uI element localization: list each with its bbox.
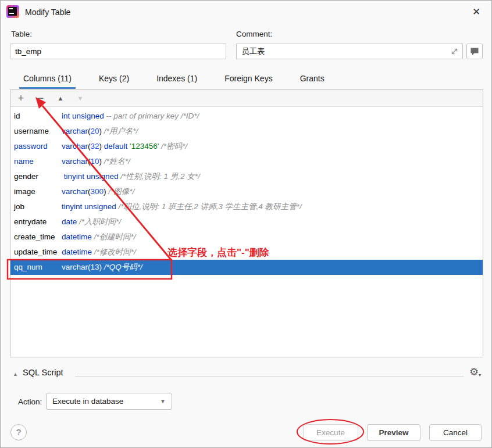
row-segment: username [14,124,57,139]
row-segment: name [14,154,57,169]
action-value: Execute in database [52,397,123,406]
table-row[interactable]: jobtinyint unsigned /*职位,说明: 1 班主任,2 讲师,… [10,199,483,214]
row-segment: varchar [62,157,88,166]
table-row[interactable]: imagevarchar(300) /*图像*/ [10,184,483,199]
cancel-button[interactable]: Cancel [429,424,482,441]
table-row[interactable]: create_timedatetime /*创建时间*/ [10,230,483,245]
row-segment: create_time [14,230,57,245]
move-up-button[interactable]: ▲ [56,91,65,106]
columns-editor: + − ▲ ▼ idint unsigned -- part of primar… [10,89,483,357]
row-segment: /*用户名*/ [102,127,138,135]
table-row[interactable]: idint unsigned -- part of primary key /*… [10,109,483,124]
row-segment: /*姓名*/ [102,157,130,166]
row-segment: /*入职时间*/ [77,217,121,226]
preview-button[interactable]: Preview [367,424,420,441]
row-segment: -- part of primary key /*ID*/ [104,112,199,120]
comment-value: 员工表 [241,46,265,57]
row-segment: job [14,199,57,214]
table-name-input[interactable]: tb_emp [10,44,226,59]
move-down-button[interactable]: ▼ [76,91,85,106]
row-segment: /*QQ号码*/ [102,263,142,271]
comment-input[interactable]: 员工表 [236,44,463,59]
action-label: Action: [18,397,42,406]
row-segment: /*创建时间*/ [92,232,136,241]
row-segment: /*密码*/ [159,142,187,150]
edit-comment-button[interactable] [466,44,483,59]
row-segment: 32 [91,142,99,150]
gear-caret-icon: ▾ [479,372,481,378]
help-button[interactable]: ? [10,424,27,440]
row-segment: date [62,217,77,226]
chevron-down-icon: ▼ [160,393,166,409]
row-segment: update_time [14,245,57,260]
tab-keys-2[interactable]: Keys (2) [95,71,133,89]
row-segment: id [14,109,57,124]
row-segment: datetime [62,232,92,241]
tab-indexes-1[interactable]: Indexes (1) [152,71,201,89]
row-segment: int unsigned [62,112,104,120]
table-row[interactable]: qq_numvarchar(13) /*QQ号码*/ [10,260,483,275]
row-segment: qq_num [14,260,57,275]
tabs: Columns (11)Keys (2)Indexes (1)Foreign K… [19,71,329,89]
row-segment: 13 [91,263,99,271]
row-segment: image [14,184,57,199]
row-segment: datetime [62,248,92,256]
row-segment: password [14,139,57,154]
tab-foreign-keys[interactable]: Foreign Keys [220,71,276,89]
action-dropdown[interactable]: Execute in database ▼ [46,393,172,410]
tab-columns-11[interactable]: Columns (11) [19,71,76,89]
row-segment: 20 [91,127,99,135]
annotation-text: 选择字段，点击"-"删除 [167,246,269,259]
expand-icon[interactable] [450,47,459,58]
dialog-title: Modify Table [25,8,70,17]
section-divider [75,376,464,377]
execute-button[interactable]: Execute [303,424,358,441]
collapse-icon[interactable]: ▲ [13,371,18,377]
table-row[interactable]: entrydatedate /*入职时间*/ [10,214,483,230]
row-segment: gender [14,169,57,184]
table-row[interactable]: usernamevarchar(20) /*用户名*/ [10,124,483,139]
intellij-idea-icon [6,5,19,18]
row-segment: 10 [91,157,99,166]
gear-icon[interactable]: ⚙ [469,365,479,378]
row-segment: varchar [62,142,88,150]
title-bar: Modify Table ✕ [1,1,491,24]
table-row[interactable]: gender tinyint unsigned /*性别,说明: 1 男,2 女… [10,169,483,184]
modify-table-dialog: Modify Table ✕ Table: Comment: tb_emp 员工… [0,0,492,448]
add-column-button[interactable]: + [16,91,26,106]
row-segment: entrydate [14,214,57,230]
speech-bubble-icon [470,47,479,56]
row-segment: '123456' [130,142,159,150]
row-segment: varchar [62,127,88,135]
columns-list: idint unsigned -- part of primary key /*… [10,107,483,357]
row-segment: tinyint unsigned [62,172,119,181]
row-segment: tinyint unsigned [62,202,116,211]
row-segment: /*修改时间*/ [92,248,136,256]
row-segment: 300 [91,187,104,196]
row-segment: varchar [62,263,88,271]
row-segment: varchar [62,187,88,196]
tab-grants[interactable]: Grants [296,71,329,89]
row-segment: /*图像*/ [106,187,135,196]
row-segment: default [102,142,130,150]
remove-column-button[interactable]: − [36,91,45,106]
close-icon[interactable]: ✕ [469,5,483,19]
row-segment: /*职位,说明: 1 班主任,2 讲师,3 学生主管,4 教研主管*/ [116,202,302,211]
row-segment: /*性别,说明: 1 男,2 女*/ [119,172,200,181]
comment-label: Comment: [236,30,272,38]
table-row[interactable]: passwordvarchar(32) default '123456' /*密… [10,139,483,154]
table-row[interactable]: namevarchar(10) /*姓名*/ [10,154,483,169]
columns-toolbar: + − ▲ ▼ [10,90,483,107]
table-label: Table: [11,30,32,38]
sql-script-label[interactable]: SQL Script [23,368,63,377]
